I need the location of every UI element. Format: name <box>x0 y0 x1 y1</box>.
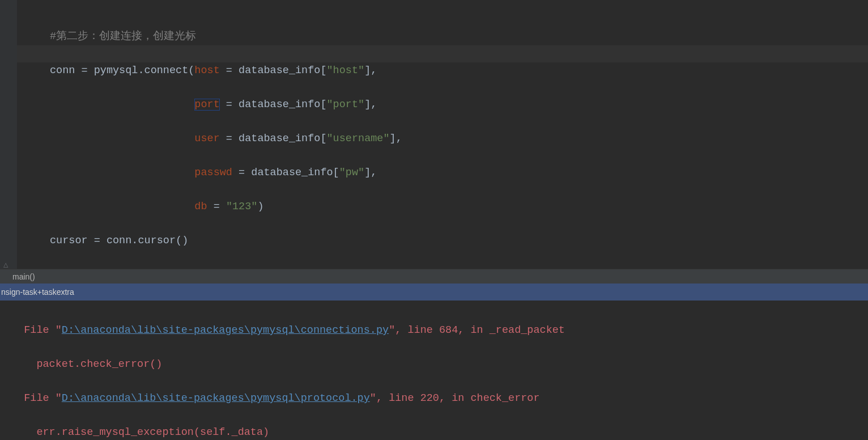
indent <box>50 99 194 111</box>
code-text: = <box>220 133 239 145</box>
indent <box>50 201 194 213</box>
string-literal: "host" <box>327 65 365 77</box>
kwarg-db: db <box>194 201 207 213</box>
traceback-text: err.raise_mysql_exception(self._data) <box>11 426 269 438</box>
breadcrumb[interactable]: main() <box>0 269 868 284</box>
code-text: database_info[ <box>239 65 326 77</box>
kwarg-port: port <box>194 99 219 111</box>
kwarg-passwd: passwd <box>194 167 232 179</box>
code-text: ], <box>390 133 402 145</box>
code-text: = <box>220 99 239 111</box>
string-literal: "pw" <box>339 167 364 179</box>
code-editor[interactable]: #第二步：创建连接，创建光标 conn = pymysql.connect(ho… <box>0 0 868 269</box>
code-text: = <box>232 167 251 179</box>
traceback-text: ", line 684, in _read_packet <box>389 324 565 336</box>
code-text: = <box>207 201 226 213</box>
comment-text: #第二步：创建连接，创建光标 <box>50 31 196 43</box>
string-literal: "123" <box>226 201 258 213</box>
code-text: database_info[ <box>239 99 326 111</box>
code-text: ) <box>257 201 263 213</box>
kwarg-host: host <box>194 65 219 77</box>
code-text: database_info[ <box>239 133 326 145</box>
indent <box>50 133 194 145</box>
traceback-text: ", line 220, in check_error <box>370 392 540 404</box>
traceback-text: packet.check_error() <box>11 358 162 370</box>
traceback-link[interactable]: D:\anaconda\lib\site-packages\pymysql\co… <box>62 324 389 336</box>
run-tab-header[interactable]: nsign-task+taskextra <box>0 284 868 301</box>
code-text: conn = pymysql.connect( <box>50 65 194 77</box>
traceback-link[interactable]: D:\anaconda\lib\site-packages\pymysql\pr… <box>62 392 370 404</box>
traceback-text: File " <box>11 324 62 336</box>
code-text: ], <box>364 65 377 77</box>
string-literal: "username" <box>327 133 390 145</box>
kwarg-user: user <box>194 133 219 145</box>
code-text: database_info[ <box>251 167 339 179</box>
indent <box>50 167 194 179</box>
traceback-text: File " <box>11 392 62 404</box>
code-text: ], <box>364 167 377 179</box>
string-literal: "port" <box>327 99 365 111</box>
code-text: = <box>220 65 239 77</box>
code-text: ], <box>364 99 377 111</box>
console-output[interactable]: File "D:\anaconda\lib\site-packages\pymy… <box>0 301 868 440</box>
code-text: cursor = conn.cursor() <box>50 235 188 247</box>
